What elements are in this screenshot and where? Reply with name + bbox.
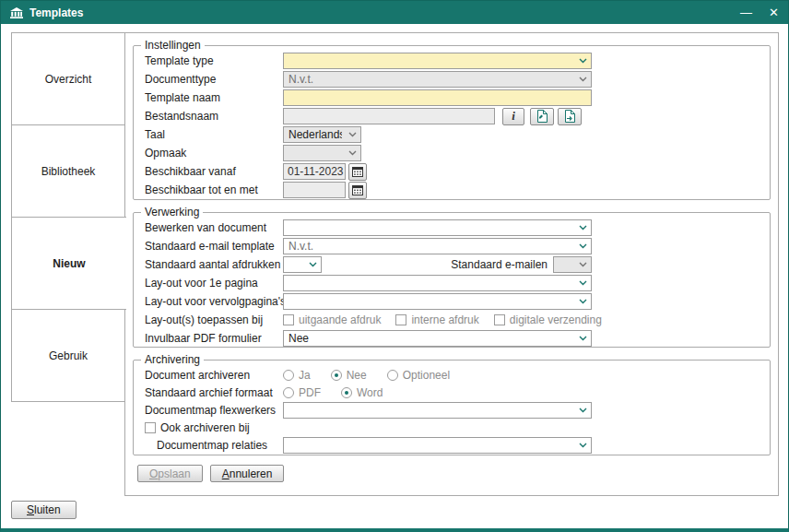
field-row-layout-vervolg: Lay-out voor vervolgpagina's bbox=[134, 292, 770, 311]
document-edit-icon bbox=[536, 110, 548, 123]
emailen-label: Standaard e-mailen bbox=[451, 258, 548, 271]
template-type-dropdown[interactable] bbox=[283, 53, 592, 69]
calendar-icon bbox=[352, 184, 363, 195]
tab-bibliotheek[interactable]: Bibliotheek bbox=[11, 124, 125, 218]
field-label: Beschikbaar vanaf bbox=[145, 165, 283, 178]
field-label: Standaard archief formaat bbox=[145, 386, 283, 399]
chevron-down-icon bbox=[346, 146, 359, 160]
checkbox-interne-afdruk[interactable]: interne afdruk bbox=[395, 313, 478, 326]
beschikbaar-vanaf-input[interactable]: 01-11-2023 bbox=[283, 163, 346, 180]
info-button[interactable]: i bbox=[502, 108, 524, 125]
field-row-invulbaar-pdf: Invulbaar PDF formulier Nee bbox=[134, 329, 770, 348]
minimize-icon[interactable]: — bbox=[740, 6, 752, 18]
group-verwerking: Verwerking Bewerken van document Standaa… bbox=[133, 206, 771, 348]
opmaak-dropdown[interactable] bbox=[283, 145, 361, 161]
annuleren-button[interactable]: Annuleren bbox=[210, 465, 285, 482]
taal-dropdown[interactable]: Nederlands bbox=[283, 126, 361, 143]
tab-gebruik[interactable]: Gebruik bbox=[11, 309, 125, 402]
templates-app-icon bbox=[10, 7, 23, 18]
radio-icon bbox=[331, 370, 342, 381]
group-legend: Instellingen bbox=[141, 39, 205, 52]
field-label: Lay-out(s) toepassen bij bbox=[145, 313, 283, 326]
emailen-dropdown[interactable] bbox=[553, 256, 592, 273]
layout-vervolgpagina-dropdown[interactable] bbox=[283, 293, 592, 310]
edit-document-button[interactable] bbox=[530, 108, 554, 125]
field-label: Standaard aantal afdrukken bbox=[145, 258, 283, 271]
template-naam-input[interactable] bbox=[283, 89, 592, 106]
radio-formaat-word[interactable]: Word bbox=[341, 386, 383, 399]
field-label: Template naam bbox=[145, 91, 283, 104]
field-row-bestandsnaam: Bestandsnaam i bbox=[134, 107, 770, 125]
field-row-opmaak: Opmaak bbox=[134, 144, 770, 162]
radio-formaat-pdf[interactable]: PDF bbox=[283, 386, 321, 399]
field-row-layout-1e: Lay-out voor 1e pagina bbox=[134, 274, 770, 292]
documentmap-flexwerkers-dropdown[interactable] bbox=[283, 402, 592, 419]
field-label: Beschikbaar tot en met bbox=[145, 183, 283, 196]
radio-icon bbox=[341, 387, 352, 398]
window-title: Templates bbox=[29, 6, 83, 19]
field-label: Bestandsnaam bbox=[145, 110, 283, 123]
field-row-beschikbaar-tot: Beschikbaar tot en met bbox=[134, 181, 770, 199]
field-row-bewerken: Bewerken van document bbox=[134, 219, 770, 237]
tab-label: Gebruik bbox=[49, 349, 88, 362]
field-label: Documentmap flexwerkers bbox=[145, 404, 283, 417]
radio-icon bbox=[283, 370, 294, 381]
checkbox-icon bbox=[283, 314, 294, 325]
tab-overzicht[interactable]: Overzicht bbox=[11, 32, 125, 125]
chevron-down-icon bbox=[306, 257, 319, 272]
email-template-dropdown[interactable]: N.v.t. bbox=[283, 238, 592, 254]
field-row-ook-archiveren: Ook archiveren bij bbox=[134, 419, 770, 436]
tab-label: Bibliotheek bbox=[41, 165, 96, 178]
chevron-down-icon bbox=[346, 127, 359, 142]
field-row-map-relaties: Documentmap relaties bbox=[134, 436, 770, 454]
chevron-down-icon bbox=[576, 331, 589, 346]
export-document-button[interactable] bbox=[558, 108, 582, 125]
radio-archiveren-ja[interactable]: Ja bbox=[283, 369, 311, 382]
chevron-down-icon bbox=[576, 239, 589, 254]
checkbox-icon bbox=[494, 314, 505, 325]
field-row-map-flexwerkers: Documentmap flexwerkers bbox=[134, 401, 770, 419]
field-row-template-naam: Template naam bbox=[134, 89, 770, 107]
aantal-afdrukken-dropdown[interactable] bbox=[283, 256, 322, 273]
radio-archiveren-optioneel[interactable]: Optioneel bbox=[387, 369, 450, 382]
chevron-down-icon bbox=[576, 294, 589, 309]
checkbox-ook-archiveren[interactable]: Ook archiveren bij bbox=[145, 421, 250, 434]
bewerken-document-dropdown[interactable] bbox=[283, 219, 592, 236]
chevron-down-icon bbox=[576, 257, 589, 272]
documentmap-relaties-dropdown[interactable] bbox=[283, 437, 592, 454]
radio-icon bbox=[283, 387, 294, 398]
invulbaar-pdf-dropdown[interactable]: Nee bbox=[283, 330, 592, 347]
checkbox-icon bbox=[145, 422, 156, 433]
calendar-vanaf-button[interactable] bbox=[348, 163, 367, 181]
beschikbaar-tot-input[interactable] bbox=[283, 182, 346, 198]
field-label: Opmaak bbox=[145, 147, 283, 160]
tab-nieuw[interactable]: Nieuw bbox=[11, 217, 126, 310]
tab-label: Nieuw bbox=[53, 257, 85, 270]
chevron-down-icon bbox=[576, 403, 589, 418]
documenttype-dropdown[interactable]: N.v.t. bbox=[283, 71, 592, 88]
radio-archiveren-nee[interactable]: Nee bbox=[331, 369, 367, 382]
field-label: Taal bbox=[145, 128, 283, 141]
document-export-icon bbox=[564, 110, 575, 123]
chevron-down-icon bbox=[576, 276, 589, 290]
action-buttons: Opslaan Annuleren bbox=[137, 465, 284, 482]
bestandsnaam-input[interactable] bbox=[283, 108, 495, 124]
opslaan-button[interactable]: Opslaan bbox=[137, 465, 203, 482]
field-row-email-template: Standaard e-mail template N.v.t. bbox=[134, 237, 770, 255]
group-instellingen: Instellingen Template type Documenttype … bbox=[133, 39, 771, 200]
layout-1e-pagina-dropdown[interactable] bbox=[283, 275, 592, 291]
field-row-layout-toepassen: Lay-out(s) toepassen bij uitgaande afdru… bbox=[134, 311, 770, 329]
checkbox-uitgaande-afdruk[interactable]: uitgaande afdruk bbox=[283, 313, 381, 326]
tab-label: Overzicht bbox=[45, 73, 92, 86]
field-label: Template type bbox=[145, 54, 283, 67]
field-row-beschikbaar-vanaf: Beschikbaar vanaf 01-11-2023 bbox=[134, 162, 770, 181]
chevron-down-icon bbox=[576, 53, 589, 68]
checkbox-digitale-verzending[interactable]: digitale verzending bbox=[494, 313, 602, 326]
titlebar: Templates — ✕ bbox=[1, 1, 788, 24]
field-row-archief-formaat: Standaard archief formaat PDF Word bbox=[134, 384, 770, 401]
field-label: Documenttype bbox=[145, 73, 283, 86]
calendar-tot-button[interactable] bbox=[348, 182, 367, 199]
sluiten-button[interactable]: Sluiten bbox=[11, 501, 77, 519]
close-icon[interactable]: ✕ bbox=[769, 6, 779, 18]
field-label: Documentmap relaties bbox=[157, 439, 283, 452]
